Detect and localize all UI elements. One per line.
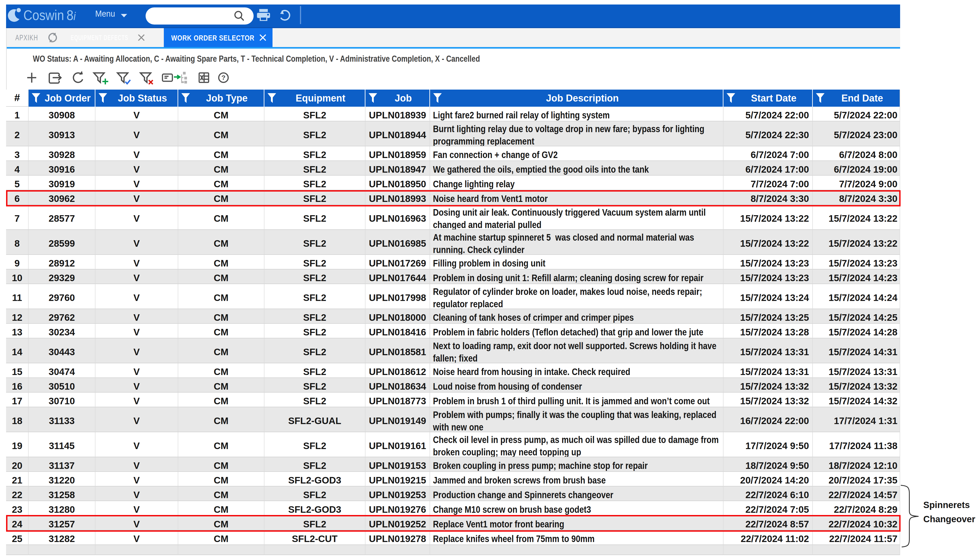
- svg-text:?: ?: [221, 74, 226, 81]
